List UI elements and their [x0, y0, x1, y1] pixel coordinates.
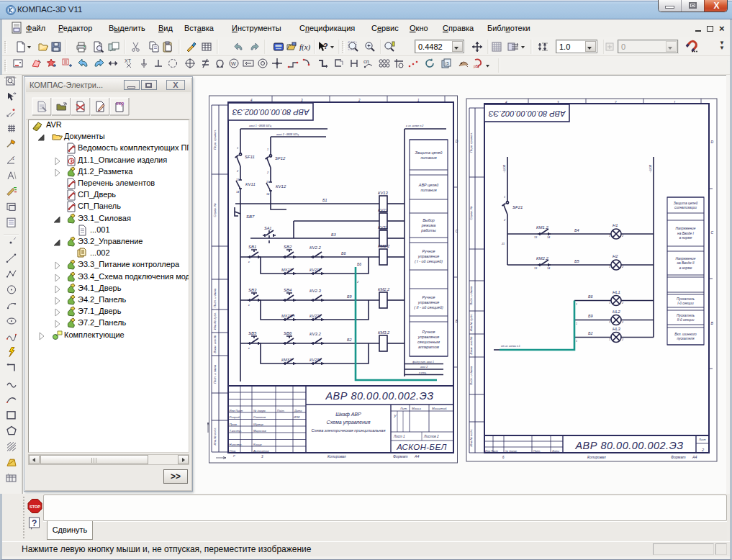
svg-text:Лит.: Лит.: [399, 407, 407, 410]
svg-text:f(x): f(x): [299, 42, 311, 52]
svg-text:Справ. №: Справ. №: [213, 203, 217, 217]
svg-text:к: к: [248, 304, 250, 307]
svg-text:к: к: [248, 347, 250, 350]
svg-text:Миронов: Миронов: [253, 429, 267, 433]
svg-text:1: 1: [609, 338, 610, 341]
svg-text:аппаратом: аппаратом: [418, 345, 439, 349]
svg-text:Масса: Масса: [412, 407, 422, 410]
svg-text:управление: управление: [417, 254, 439, 258]
svg-text:Б6: Б6: [588, 294, 594, 299]
svg-text:Формат: Формат: [393, 454, 408, 459]
svg-text:Справ. №: Справ. №: [469, 206, 473, 220]
svg-text:Инв.№ подл.: Инв.№ подл.: [469, 429, 473, 447]
svg-text:НL2: НL2: [613, 310, 620, 314]
svg-text:?: ?: [323, 42, 328, 50]
svg-text:АВР 80.00.00.002.ЭЗ: АВР 80.00.00.002.ЭЗ: [574, 440, 683, 451]
svg-text:пускателя: пускателя: [677, 337, 695, 340]
svg-text:рВ: рВ: [474, 64, 479, 68]
svg-text:Б1: Б1: [322, 198, 327, 202]
svg-text:Дата: Дата: [294, 409, 302, 412]
svg-text:Б9: Б9: [588, 314, 593, 318]
svg-text:секционным: секционным: [417, 340, 440, 344]
svg-text:питания: питания: [420, 188, 436, 192]
svg-text:SВ5: SВ5: [248, 331, 257, 335]
svg-text:SF11: SF11: [245, 155, 255, 159]
svg-text:2: 2: [621, 266, 623, 268]
svg-text:C: C: [456, 229, 458, 233]
svg-text:Ручное: Ручное: [422, 295, 435, 299]
svg-text:SВ1: SВ1: [248, 245, 256, 249]
svg-text:14: 14: [547, 267, 550, 270]
svg-text:Изм Лист: Изм Лист: [485, 450, 498, 453]
svg-text:1: 1: [609, 302, 610, 304]
svg-text:?: ?: [32, 518, 37, 528]
svg-text:Напряжение: Напряжение: [676, 257, 696, 261]
svg-text:Б2: Б2: [347, 338, 352, 342]
svg-text:2: 2: [621, 302, 623, 304]
svg-text:Б9: Б9: [347, 294, 352, 299]
svg-text:МХ23: МХ23: [281, 268, 292, 272]
svg-text:2: 2: [614, 101, 617, 104]
svg-text:II-й секции: II-й секции: [677, 317, 695, 322]
svg-text:Подп.: Подп.: [533, 450, 541, 453]
svg-text:1: 1: [609, 321, 610, 324]
svg-text:Разраб.: Разраб.: [230, 415, 241, 419]
svg-text:в норме: в норме: [679, 266, 692, 270]
svg-text:КМ3.2: КМ3.2: [378, 330, 390, 335]
svg-text:Н2: Н2: [613, 254, 618, 258]
svg-text:КМ33: КМ33: [281, 358, 292, 362]
svg-text:ИЛИ: ИЛИ: [294, 415, 300, 419]
svg-text:Н.контр.: Н.контр.: [230, 443, 243, 446]
svg-text:XT: XT: [125, 58, 132, 63]
svg-text:КV13: КV13: [378, 191, 389, 195]
svg-text:работы: работы: [420, 228, 436, 232]
svg-text:Б3: Б3: [331, 232, 337, 237]
svg-text:Ручное: Ручное: [422, 330, 435, 334]
svg-text:Пускатель: Пускатель: [677, 297, 695, 301]
svg-text:КV11: КV11: [245, 182, 256, 186]
svg-text:Взам. инв.№: Взам. инв.№: [469, 336, 473, 354]
svg-text:А4: А4: [692, 455, 697, 459]
svg-text:14: 14: [266, 193, 269, 196]
svg-text:SВ2: SВ2: [284, 245, 292, 249]
svg-text:Схема электрическая принципиал: Схема электрическая принципиальная: [312, 428, 386, 433]
svg-text:Пров.: Пров.: [230, 423, 238, 426]
svg-text:Подп. и дата: Подп. и дата: [469, 366, 473, 385]
svg-text:Схема управления: Схема управления: [327, 420, 371, 425]
svg-text:2: 2: [358, 99, 361, 102]
svg-text:W: W: [231, 61, 236, 66]
svg-text:ввод 1 ~380В 50Гц: ввод 1 ~380В 50Гц: [249, 125, 271, 127]
svg-text:I-й секции: I-й секции: [677, 301, 694, 305]
svg-text:Шумар: Шумар: [253, 423, 263, 426]
svg-text:2: 2: [621, 321, 623, 324]
svg-text:exp: exp: [116, 101, 124, 107]
svg-text:КМ2.2: КМ2.2: [378, 287, 390, 292]
svg-text:к: к: [248, 261, 250, 263]
svg-text:КV3.2: КV3.2: [309, 332, 322, 336]
svg-text:( I - ой секцией): ( I - ой секцией): [415, 259, 443, 263]
svg-text:Формат: Формат: [671, 455, 686, 459]
svg-text:STOP: STOP: [30, 505, 40, 509]
svg-text:АВР 80.00.00.002.ЭЗ: АВР 80.00.00.002.ЭЗ: [232, 108, 309, 117]
svg-text:Вкл. шинного: Вкл. шинного: [674, 333, 697, 336]
svg-text:АВР 80.00.00.002.ЭЗ: АВР 80.00.00.002.ЭЗ: [488, 109, 566, 118]
svg-text:Ручное: Ручное: [422, 249, 435, 253]
svg-text:Инв.№ подл.: Инв.№ подл.: [213, 428, 217, 446]
svg-text:НL3: НL3: [613, 327, 620, 331]
svg-text:SВ6: SВ6: [284, 331, 292, 335]
svg-text:1: 1: [609, 266, 610, 268]
svg-text:Б6: Б6: [357, 262, 361, 266]
svg-text:Подп. и дата: Подп. и дата: [213, 288, 217, 307]
svg-text:1: 1: [12, 156, 14, 161]
svg-text:( II - ой секцией): ( II - ой секцией): [414, 305, 443, 310]
svg-text:сигнализации: сигнализации: [674, 206, 697, 209]
svg-text:Соколов: Соколов: [253, 415, 266, 419]
svg-text:Дата: Дата: [551, 450, 559, 453]
svg-text:Б2: Б2: [588, 331, 593, 335]
svg-text:Защита цепей: Защита цепей: [674, 201, 698, 205]
svg-text:Копировал: Копировал: [587, 455, 606, 459]
svg-text:Утв.: Утв.: [230, 449, 237, 453]
svg-text:КV2.3: КV2.3: [309, 289, 322, 293]
svg-text:Подп. и дата: Подп. и дата: [469, 286, 473, 305]
svg-text:КV21: КV21: [378, 208, 388, 212]
